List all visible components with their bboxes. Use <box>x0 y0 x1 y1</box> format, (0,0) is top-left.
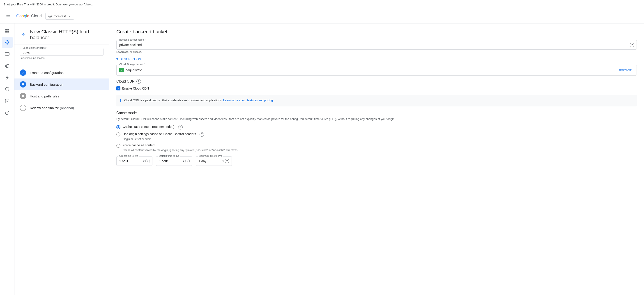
sidebar-icon-lightning[interactable] <box>2 72 13 83</box>
cdn-section: Cloud CDN ? Enable Cloud CDN <box>116 79 637 90</box>
backend-bucket-name-row: Backend bucket name * ? Lowercase, no sp… <box>116 40 637 53</box>
max-ttl-help[interactable]: ? <box>225 159 229 163</box>
menu-button[interactable] <box>4 12 13 21</box>
sidebar-icon-cart[interactable] <box>2 96 13 106</box>
enable-cdn-label: Enable Cloud CDN <box>122 86 149 90</box>
step-item-hostpath[interactable]: Host and path rules <box>14 90 109 102</box>
radio-origin-help[interactable]: ? <box>200 132 204 137</box>
radio-static-help[interactable]: ? <box>178 125 183 130</box>
cdn-help-icon[interactable]: ? <box>136 79 141 84</box>
back-button[interactable] <box>20 31 27 39</box>
header: Google Cloud mce-test <box>0 9 644 24</box>
radio-force-label: Force cache all content <box>123 144 155 147</box>
chevron-down-icon: ▾ <box>116 57 118 61</box>
default-ttl-help[interactable]: ? <box>185 159 190 163</box>
cdn-learn-more-link[interactable]: Learn more about features and pricing. <box>223 98 274 102</box>
backend-bucket-name-field[interactable]: Backend bucket name * ? <box>116 40 637 50</box>
step-item-frontend[interactable]: ✓ Frontend configuration <box>14 67 109 78</box>
svg-rect-2 <box>6 40 8 42</box>
radio-origin-label: Use origin settings based on Cache-Contr… <box>123 132 196 136</box>
radio-static-btn[interactable] <box>116 125 120 129</box>
svg-point-1 <box>50 16 50 17</box>
lb-name-label: Load Balancer name * <box>22 46 48 49</box>
radio-static-option[interactable]: Cache static content (recommended) ? <box>116 125 637 130</box>
panel-title: Create backend bucket <box>116 29 637 35</box>
description-toggle[interactable]: ▾ DESCRIPTION <box>116 57 637 61</box>
lb-name-field[interactable]: Load Balancer name * dqyan <box>20 48 104 56</box>
backend-bucket-name-help[interactable]: ? <box>630 43 634 47</box>
step-label-hostpath: Host and path rules <box>30 94 59 98</box>
google-cloud-logo: Google Cloud <box>16 14 42 18</box>
svg-rect-6 <box>5 52 9 56</box>
sidebar-icon-compute[interactable] <box>2 49 13 60</box>
banner-text: Start your Free Trial with $300 in credi… <box>4 3 94 6</box>
client-ttl-label: Client time to live <box>118 154 139 157</box>
bucket-name-value: daqi-private <box>126 68 617 72</box>
client-ttl-dropdown[interactable]: ▾ <box>143 159 144 163</box>
step-icon-frontend: ✓ <box>20 70 26 76</box>
lb-name-value: dqyan <box>23 50 100 54</box>
bucket-icon: ✓ <box>119 68 124 72</box>
enable-cdn-row: Enable Cloud CDN <box>116 86 637 90</box>
radio-static-label: Cache static content (recommended) <box>123 125 174 128</box>
radio-origin-sub: Origin must set headers <box>123 138 637 141</box>
sidebar-icon-shield[interactable] <box>2 84 13 95</box>
sidebar-icon-grid[interactable] <box>2 25 13 36</box>
client-ttl-field[interactable]: Client time to live 1 hour ▾ ? <box>116 156 152 166</box>
sidebar-icon-globe[interactable] <box>2 60 13 71</box>
radio-static: Cache static content (recommended) ? <box>116 125 637 130</box>
page-title: New Classic HTTP(S) load balancer <box>30 29 104 40</box>
max-ttl-dropdown[interactable]: ▾ <box>222 159 224 163</box>
radio-origin: Use origin settings based on Cache-Contr… <box>116 132 637 141</box>
svg-point-10 <box>22 83 24 86</box>
step-label-backend: Backend configuration <box>30 82 63 86</box>
cache-mode-title: Cache mode <box>116 111 637 115</box>
client-ttl-help[interactable]: ? <box>146 159 150 163</box>
svg-point-11 <box>22 95 24 97</box>
sidebar-icon-info[interactable] <box>2 107 13 118</box>
project-name: mce-test <box>54 14 66 18</box>
enable-cdn-checkbox[interactable] <box>116 86 120 90</box>
top-banner: Start your Free Trial with $300 in credi… <box>0 0 644 9</box>
step-item-review[interactable]: i Review and finalize (optional) <box>14 102 109 114</box>
radio-force-btn[interactable] <box>116 144 120 148</box>
sidebar-icon-network[interactable] <box>2 37 13 48</box>
default-ttl-field[interactable]: Default time to live 1 hour ▾ ? <box>156 156 192 166</box>
radio-force-option[interactable]: Force cache all content <box>116 144 637 148</box>
radio-origin-option[interactable]: Use origin settings based on Cache-Contr… <box>116 132 637 137</box>
content-area: New Classic HTTP(S) load balancer Load B… <box>14 24 644 295</box>
browse-button[interactable]: BROWSE <box>617 68 634 73</box>
max-ttl-value: 1 day <box>199 159 222 163</box>
default-ttl-label: Default time to live <box>158 154 180 157</box>
storage-bucket-row: Cloud Storage bucket * ✓ daqi-private BR… <box>116 65 637 76</box>
cdn-info-box: ℹ Cloud CDN is a paid product that accel… <box>116 95 637 106</box>
radio-force: Force cache all content Cache all conten… <box>116 144 637 152</box>
app-container: Start your Free Trial with $300 in credi… <box>0 0 644 295</box>
cache-mode-desc: By default, Cloud CDN will cache static … <box>116 117 637 121</box>
radio-origin-btn[interactable] <box>116 132 120 136</box>
max-ttl-label: Maximum time to live <box>198 154 223 157</box>
step-icon-backend <box>20 81 26 88</box>
step-icon-hostpath <box>20 93 26 99</box>
cache-mode-section: Cache mode By default, Cloud CDN will ca… <box>116 111 637 152</box>
svg-rect-3 <box>6 44 8 45</box>
default-ttl-dropdown[interactable]: ▾ <box>183 159 184 163</box>
backend-bucket-name-hint: Lowercase, no spaces. <box>116 50 637 53</box>
page-header: New Classic HTTP(S) load balancer <box>14 24 109 44</box>
step-item-backend[interactable]: Backend configuration <box>14 78 109 90</box>
lb-name-section: Load Balancer name * dqyan Lowercase, no… <box>14 44 109 63</box>
info-icon: ℹ <box>120 98 122 103</box>
storage-bucket-field[interactable]: Cloud Storage bucket * ✓ daqi-private BR… <box>116 65 637 76</box>
project-selector[interactable]: mce-test <box>45 13 74 20</box>
ttl-row: Client time to live 1 hour ▾ ? Default t… <box>116 156 637 166</box>
cdn-label: Cloud CDN ? <box>116 79 637 84</box>
step-icon-review: i <box>20 105 26 111</box>
left-sidebar <box>0 24 14 295</box>
max-ttl-field[interactable]: Maximum time to live 1 day ▾ ? <box>196 156 232 166</box>
backend-bucket-name-input[interactable] <box>116 40 630 50</box>
step-label-frontend: Frontend configuration <box>30 71 64 75</box>
form-panel: Create backend bucket Backend bucket nam… <box>109 24 644 295</box>
client-ttl-value: 1 hour <box>119 159 142 163</box>
step-label-review: Review and finalize (optional) <box>30 106 74 110</box>
main-layout: New Classic HTTP(S) load balancer Load B… <box>0 24 644 295</box>
